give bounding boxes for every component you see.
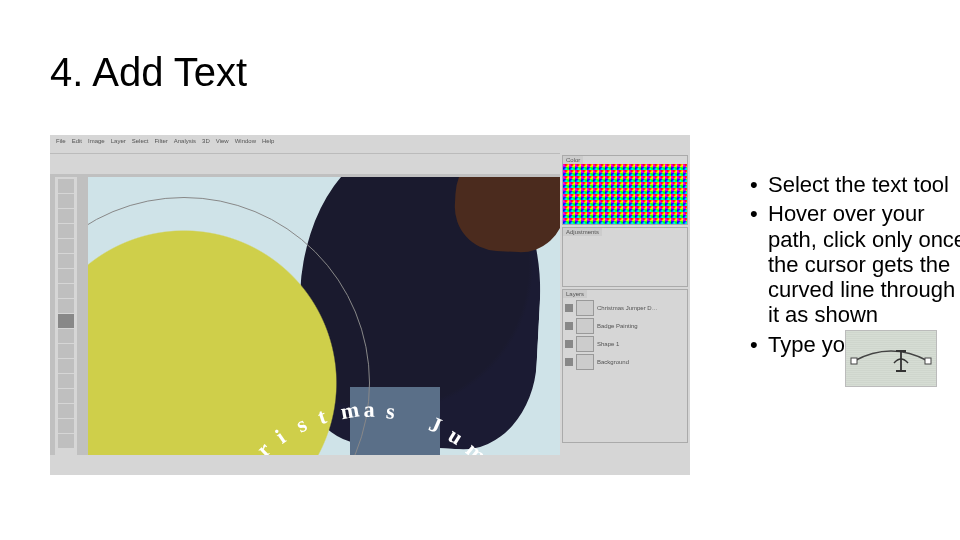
- text-tool-icon: [58, 314, 74, 328]
- ps-menubar: FileEditImageLayerSelectFilterAnalysis3D…: [50, 135, 690, 153]
- ps-toolbox: [55, 177, 77, 457]
- screenshot-photoshop: FileEditImageLayerSelectFilterAnalysis3D…: [50, 135, 690, 475]
- bullet-item: Select the text tool: [750, 172, 960, 197]
- ps-canvas: Christmas Jumper Day 2015: [88, 177, 560, 457]
- cursor-example-image: [845, 330, 937, 387]
- slide-title: 4. Add Text: [50, 50, 247, 95]
- ps-panels: Color Adjustments Layers Christmas Jumpe…: [560, 153, 690, 475]
- bullet-item: Hover over your path, click only once th…: [750, 201, 960, 327]
- svg-rect-1: [925, 358, 931, 364]
- svg-rect-0: [851, 358, 857, 364]
- ps-status-bar: [50, 455, 690, 475]
- arc-text: Christmas Jumper Day 2015: [88, 197, 368, 457]
